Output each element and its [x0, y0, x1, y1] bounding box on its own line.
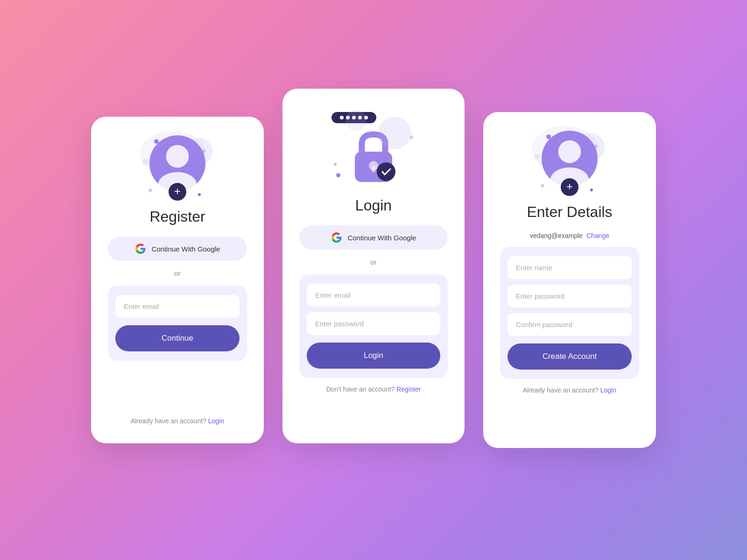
- svg-point-5: [377, 162, 395, 181]
- register-google-button[interactable]: Continue With Google: [108, 237, 247, 261]
- details-title: Enter Details: [527, 203, 612, 221]
- details-name-input[interactable]: [507, 256, 632, 279]
- login-title: Login: [355, 197, 392, 214]
- dot-d4: [590, 189, 593, 191]
- dot-l1: [336, 173, 340, 177]
- register-continue-button[interactable]: Continue: [115, 325, 240, 351]
- login-footer: Don't have an account? Register: [326, 385, 421, 393]
- details-card: + Enter Details vedang@example Change Cr…: [483, 112, 656, 448]
- register-or-divider: or: [174, 269, 180, 277]
- details-footer: Already have an account? Login: [523, 386, 616, 394]
- dec-circle-1: [378, 117, 411, 149]
- register-add-avatar-button[interactable]: +: [169, 183, 186, 201]
- dot-l3: [409, 135, 413, 139]
- google-icon-login: [331, 232, 342, 243]
- dot-5: [142, 159, 148, 164]
- dot-4: [198, 193, 201, 196]
- dot-l2: [334, 163, 337, 166]
- svg-point-6: [558, 140, 581, 163]
- details-login-link[interactable]: Login: [600, 386, 616, 394]
- register-email-input[interactable]: [115, 295, 240, 318]
- register-footer: Already have an account? Login: [131, 417, 224, 425]
- svg-rect-4: [372, 166, 375, 172]
- svg-point-0: [166, 145, 189, 168]
- login-email-input[interactable]: [307, 284, 440, 307]
- register-title: Register: [149, 208, 205, 225]
- register-card: + Register Continue With Google or Conti…: [91, 117, 264, 443]
- login-google-button[interactable]: Continue With Google: [299, 225, 448, 250]
- login-or-divider: or: [370, 258, 376, 266]
- cards-container: + Register Continue With Google or Conti…: [91, 112, 656, 448]
- register-input-section: Continue: [108, 286, 247, 361]
- dec-circle-2: [345, 110, 366, 131]
- login-button[interactable]: Login: [307, 343, 440, 369]
- dot-d5: [535, 154, 540, 160]
- details-password-input[interactable]: [507, 285, 632, 308]
- login-register-link[interactable]: Register: [396, 385, 421, 393]
- create-account-button[interactable]: Create Account: [507, 343, 632, 370]
- login-password-input[interactable]: [307, 312, 440, 335]
- register-login-link[interactable]: Login: [208, 417, 224, 425]
- lock-illustration: [331, 107, 416, 191]
- register-avatar-area: +: [145, 135, 210, 201]
- details-confirm-password-input[interactable]: [507, 313, 632, 336]
- google-icon: [135, 243, 146, 254]
- login-card: Login Continue With Google or Login Don'…: [282, 89, 465, 443]
- details-input-section: Create Account: [500, 247, 639, 379]
- details-add-avatar-button[interactable]: +: [561, 178, 578, 196]
- details-avatar-area: +: [537, 131, 602, 196]
- details-change-link[interactable]: Change: [586, 232, 609, 239]
- login-input-section: Login: [299, 274, 448, 378]
- details-email-display: vedang@example: [530, 232, 583, 239]
- details-email-line: vedang@example Change: [530, 232, 609, 239]
